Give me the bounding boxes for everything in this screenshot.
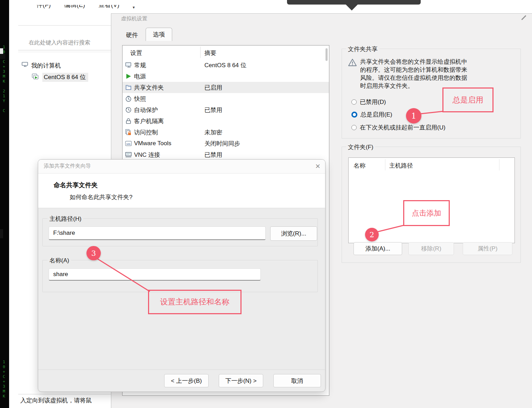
fullscreen-pull-tab[interactable] [287, 0, 421, 5]
dialog-close-icon[interactable] [521, 15, 526, 20]
settings-row-label: 共享文件夹 [134, 84, 164, 92]
snapshot-icon [125, 95, 132, 102]
folder-sharing-legend: 文件夹共享 [346, 45, 379, 53]
power-icon [125, 73, 132, 80]
wizard-title: 添加共享文件夹向导 [44, 163, 91, 169]
menu-item-edit[interactable]: 编辑(E) [64, 5, 85, 14]
folder-sharing-group: 文件夹共享 共享文件夹会将您的文件显示给虚拟机中 的程序。这可能为您的计算机和数… [342, 49, 521, 139]
folders-legend: 文件夹(F) [346, 143, 375, 151]
tree-item-my-computer[interactable]: 我的计算机 [22, 62, 61, 70]
host-path-input[interactable]: F:\share [49, 226, 266, 240]
shared-folders-icon [125, 84, 132, 91]
computer-icon [22, 62, 29, 69]
step-badge-1: 1 [406, 108, 421, 124]
wizard-titlebar: 添加共享文件夹向导 × [38, 160, 325, 174]
wizard-footer-divider [38, 370, 325, 370]
column-header-summary: 摘要 [204, 49, 216, 57]
settings-row-label: VNC 连接 [134, 151, 160, 159]
settings-row-客户机隔离[interactable]: 客户机隔离 [122, 115, 329, 127]
console-notch [0, 48, 3, 54]
share-name-legend: 名称(A) [48, 256, 71, 265]
folder-properties-button[interactable]: 属性(P) [463, 242, 512, 255]
step-badge-3: 3 [86, 246, 101, 260]
menu-item-file[interactable]: 件(F) [36, 5, 51, 14]
console-matrix-text: 1 0 + C + 3 M K [3, 360, 7, 399]
radio-enabled-until-poweroff[interactable]: 在下次关机或挂起前一直启用(U) [351, 124, 446, 132]
host-path-group: 主机路径(H) F:\share 浏览(R)... [42, 218, 318, 246]
host-path-legend: 主机路径(H) [48, 215, 83, 223]
radio-icon [351, 99, 357, 105]
sidebar-divider [18, 50, 120, 50]
settings-list-header: 设置 摘要 [122, 45, 329, 59]
settings-row-label: 自动保护 [134, 106, 158, 114]
settings-row-VNC 连接[interactable]: VNC 连接已禁用 [122, 149, 329, 160]
vm-icon [31, 73, 40, 82]
access-control-icon [125, 129, 132, 136]
callout-always-enable: 总是启用 [442, 87, 493, 112]
sidebar-divider [18, 25, 120, 26]
settings-row-VMware Tools[interactable]: vmVMware Tools关闭时间同步 [122, 138, 329, 149]
scrollbar-thumb[interactable] [326, 48, 328, 61]
statusbar-divider [18, 394, 120, 394]
callout-set-path-and-name: 设置主机路径和名称 [148, 290, 241, 314]
settings-row-常规[interactable]: 常规CentOS 8 64 位 [122, 59, 329, 71]
wizard-header: 命名共享文件夹 如何命名此共享文件夹? [38, 174, 325, 208]
vmware-tools-icon: vm [125, 140, 132, 147]
folder-sharing-warning-text: 共享文件夹会将您的文件显示给虚拟机中 的程序。这可能为您的计算机和数据带来 风险… [360, 58, 511, 90]
wizard-subheading: 如何命名此共享文件夹? [70, 193, 132, 201]
cancel-button[interactable]: 取消 [273, 374, 321, 387]
settings-row-自动保护[interactable]: 自动保护已禁用 [122, 104, 329, 115]
radio-label: 已禁用(D) [360, 98, 386, 106]
callout-click-add: 点击添加 [403, 200, 450, 226]
column-header-setting: 设置 [130, 49, 142, 57]
share-name-group: 名称(A) share [42, 260, 318, 292]
vm-settings-title: 虚拟机设置 [121, 15, 147, 22]
wizard-heading: 命名共享文件夹 [54, 181, 98, 189]
tree-item-label: 我的计算机 [31, 62, 61, 70]
pull-tab-arrow-icon [346, 5, 358, 10]
library-search-input[interactable]: 在此处键入内容进行搜索 [29, 39, 90, 47]
add-folder-button[interactable]: 添加(A)... [354, 242, 402, 255]
statusbar-text: 入定向到该虚拟机，请将鼠 [20, 396, 120, 405]
settings-row-summary: 已禁用 [204, 106, 222, 114]
settings-row-访问控制[interactable]: 访问控制未加密 [122, 127, 329, 138]
radio-always-enabled[interactable]: 总是启用(E) [351, 111, 392, 119]
settings-row-summary: 已启用 [204, 84, 222, 92]
browse-button[interactable]: 浏览(R)... [270, 226, 317, 241]
settings-row-summary: 未加密 [204, 128, 222, 136]
close-icon[interactable]: × [315, 161, 320, 171]
settings-row-label: 电源 [134, 72, 146, 80]
menu-caret-icon[interactable]: ▾ [133, 5, 135, 14]
settings-row-label: 访问控制 [134, 128, 158, 136]
tree-item-centos-vm[interactable]: CentOS 8 64 位 [31, 73, 88, 82]
settings-row-label: VMware Tools [134, 140, 171, 147]
settings-list-rows: 常规CentOS 8 64 位电源共享文件夹已启用快照自动保护已禁用客户机隔离访… [122, 59, 329, 160]
radio-selected-icon [351, 112, 357, 118]
guest-isolation-icon [125, 118, 132, 125]
tab-hardware[interactable]: 硬件 [120, 30, 144, 40]
console-notch [0, 54, 5, 59]
add-shared-folder-wizard: 添加共享文件夹向导 × 命名共享文件夹 如何命名此共享文件夹? 主机路径(H) … [38, 159, 326, 392]
settings-row-summary: 关闭时间同步 [204, 140, 240, 148]
tab-options[interactable]: 选项 [146, 28, 172, 41]
remove-folder-button[interactable]: 移除(R) [408, 242, 454, 255]
share-name-input[interactable]: share [49, 268, 261, 281]
radio-icon [351, 125, 357, 130]
settings-row-label: 客户机隔离 [134, 117, 164, 125]
menu-bar: 件(F) 编辑(E) 查看(V) ▾ [36, 5, 135, 14]
next-button[interactable]: 下一步(N) > [219, 374, 263, 387]
warning-icon [348, 58, 357, 68]
radio-label: 总是启用(E) [360, 111, 392, 119]
back-button[interactable]: < 上一步(B) [164, 374, 209, 387]
radio-disabled[interactable]: 已禁用(D) [351, 98, 386, 106]
settings-row-快照[interactable]: 快照 [122, 93, 329, 104]
settings-row-电源[interactable]: 电源 [122, 71, 329, 82]
menu-item-view[interactable]: 查看(V) [98, 5, 119, 14]
console-strip: 1 0 + C + 3 M K 2 1 Y C 1 0 + C + 3 M K [0, 0, 9, 408]
settings-row-label: 快照 [134, 95, 146, 103]
sidebar-divider [18, 52, 120, 52]
console-notch [0, 229, 3, 238]
autoprotect-icon [125, 106, 132, 113]
settings-row-共享文件夹[interactable]: 共享文件夹已启用 [122, 82, 329, 93]
settings-row-summary: 已禁用 [204, 151, 222, 159]
